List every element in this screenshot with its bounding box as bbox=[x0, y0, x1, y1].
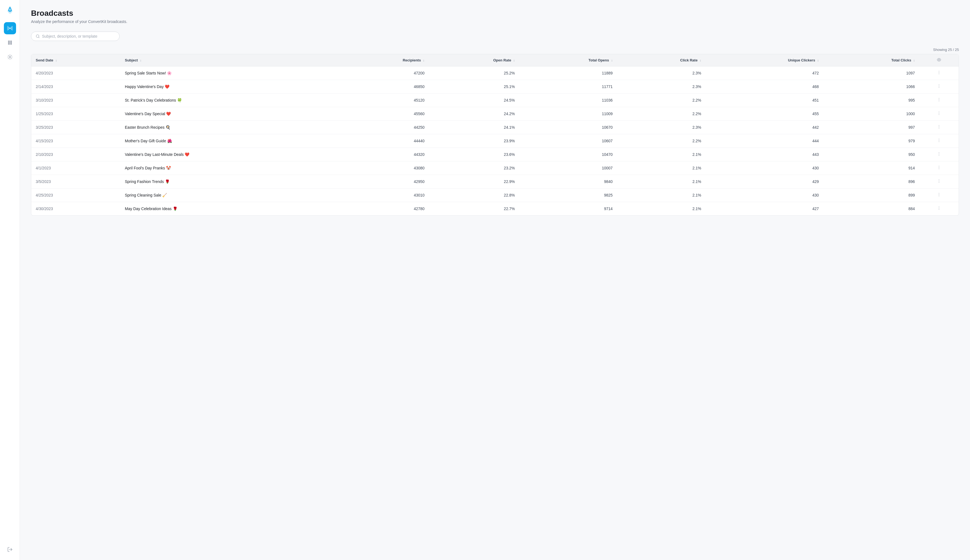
svg-point-12 bbox=[939, 85, 939, 85]
cell-actions[interactable] bbox=[919, 134, 958, 148]
row-action-icon[interactable] bbox=[937, 207, 941, 211]
row-action-icon[interactable] bbox=[937, 85, 941, 89]
search-input[interactable] bbox=[42, 34, 115, 38]
cell-actions[interactable] bbox=[919, 80, 958, 93]
svg-point-0 bbox=[9, 10, 11, 12]
row-action-icon[interactable] bbox=[937, 179, 941, 184]
sort-icon-unique-clickers: ↕ bbox=[817, 59, 819, 62]
cell-unique-clickers: 430 bbox=[706, 188, 823, 202]
cell-click-rate: 2.3% bbox=[617, 80, 706, 93]
svg-point-15 bbox=[939, 98, 939, 98]
svg-point-34 bbox=[939, 181, 939, 181]
cell-actions[interactable] bbox=[919, 121, 958, 134]
page-title: Broadcasts bbox=[31, 9, 959, 18]
cell-send-date: 4/25/2023 bbox=[31, 188, 120, 202]
cell-total-opens: 11036 bbox=[519, 93, 617, 107]
sort-icon-total-clicks: ↕ bbox=[913, 59, 915, 62]
sidebar-item-broadcasts[interactable] bbox=[4, 22, 16, 34]
row-action-icon[interactable] bbox=[937, 166, 941, 170]
cell-unique-clickers: 427 bbox=[706, 202, 823, 216]
cell-open-rate: 24.1% bbox=[429, 121, 519, 134]
svg-point-26 bbox=[939, 142, 939, 142]
sidebar-item-library[interactable] bbox=[4, 37, 16, 49]
cell-actions[interactable] bbox=[919, 93, 958, 107]
cell-open-rate: 22.9% bbox=[429, 175, 519, 188]
cell-subject: Valentine's Day Special ❤️ bbox=[120, 107, 338, 121]
cell-total-opens: 10470 bbox=[519, 148, 617, 162]
cell-subject: Spring Sale Starts Now! 🌸 bbox=[120, 67, 338, 80]
cell-unique-clickers: 472 bbox=[706, 67, 823, 80]
cell-send-date: 4/20/2023 bbox=[31, 67, 120, 80]
svg-point-8 bbox=[938, 59, 940, 60]
col-header-total-clicks[interactable]: Total Clicks ↕ bbox=[823, 54, 919, 67]
row-action-icon[interactable] bbox=[937, 193, 941, 198]
sidebar-item-settings[interactable] bbox=[4, 51, 16, 63]
cell-unique-clickers: 455 bbox=[706, 107, 823, 121]
cell-unique-clickers: 442 bbox=[706, 121, 823, 134]
cell-actions[interactable] bbox=[919, 202, 958, 216]
cell-recipients: 44320 bbox=[338, 148, 429, 162]
cell-open-rate: 24.2% bbox=[429, 107, 519, 121]
cell-recipients: 44250 bbox=[338, 121, 429, 134]
svg-point-22 bbox=[939, 127, 939, 127]
cell-subject: St. Patrick's Day Celebrations 🍀 bbox=[120, 93, 338, 107]
col-header-click-rate[interactable]: Click Rate ↕ bbox=[617, 54, 706, 67]
svg-point-1 bbox=[9, 28, 10, 29]
search-bar[interactable] bbox=[31, 32, 120, 41]
table-row: 3/25/2023 Easter Brunch Recipes 🍳 44250 … bbox=[31, 121, 958, 134]
col-header-subject[interactable]: Subject ↕ bbox=[120, 54, 338, 67]
cell-total-clicks: 914 bbox=[823, 162, 919, 175]
svg-point-33 bbox=[939, 179, 939, 180]
row-action-icon[interactable] bbox=[937, 125, 941, 130]
table-row: 2/10/2023 Valentine's Day Last-Minute De… bbox=[31, 148, 958, 162]
table-row: 4/30/2023 May Day Celebration Ideas 🌹 42… bbox=[31, 202, 958, 216]
svg-point-13 bbox=[939, 86, 939, 87]
cell-total-opens: 9825 bbox=[519, 188, 617, 202]
row-action-icon[interactable] bbox=[937, 71, 941, 75]
sidebar-item-logout[interactable] bbox=[4, 543, 16, 555]
svg-point-27 bbox=[939, 152, 939, 153]
cell-send-date: 3/25/2023 bbox=[31, 121, 120, 134]
row-action-icon[interactable] bbox=[937, 112, 941, 116]
row-action-icon[interactable] bbox=[937, 98, 941, 103]
svg-point-21 bbox=[939, 125, 939, 126]
cell-actions[interactable] bbox=[919, 107, 958, 121]
cell-actions[interactable] bbox=[919, 148, 958, 162]
cell-actions[interactable] bbox=[919, 67, 958, 80]
cell-actions[interactable] bbox=[919, 162, 958, 175]
svg-point-39 bbox=[939, 207, 939, 207]
showing-count: Showing 25 / 25 bbox=[31, 48, 959, 52]
svg-point-28 bbox=[939, 153, 939, 154]
svg-point-41 bbox=[939, 209, 939, 210]
cell-send-date: 3/10/2023 bbox=[31, 93, 120, 107]
cell-unique-clickers: 451 bbox=[706, 93, 823, 107]
cell-recipients: 43010 bbox=[338, 188, 429, 202]
cell-recipients: 46850 bbox=[338, 80, 429, 93]
col-header-open-rate[interactable]: Open Rate ↕ bbox=[429, 54, 519, 67]
table-row: 4/1/2023 April Fool's Day Pranks 🤡 43080… bbox=[31, 162, 958, 175]
cell-click-rate: 2.3% bbox=[617, 121, 706, 134]
cell-total-clicks: 896 bbox=[823, 175, 919, 188]
cell-unique-clickers: 429 bbox=[706, 175, 823, 188]
table-row: 3/5/2023 Spring Fashion Trends 🌹 42950 2… bbox=[31, 175, 958, 188]
app-logo bbox=[5, 5, 15, 15]
table-row: 4/20/2023 Spring Sale Starts Now! 🌸 4720… bbox=[31, 67, 958, 80]
cell-actions[interactable] bbox=[919, 188, 958, 202]
row-action-icon[interactable] bbox=[937, 152, 941, 157]
col-header-total-opens[interactable]: Total Opens ↕ bbox=[519, 54, 617, 67]
svg-rect-4 bbox=[11, 41, 12, 45]
cell-total-clicks: 884 bbox=[823, 202, 919, 216]
sort-icon-subject: ↕ bbox=[140, 59, 142, 62]
cell-total-opens: 9840 bbox=[519, 175, 617, 188]
cell-actions[interactable] bbox=[919, 175, 958, 188]
row-action-icon[interactable] bbox=[937, 139, 941, 143]
col-header-send-date[interactable]: Send Date ↕ bbox=[31, 54, 120, 67]
col-header-unique-clickers[interactable]: Unique Clickers ↕ bbox=[706, 54, 823, 67]
sort-icon-total-opens: ↕ bbox=[611, 59, 613, 62]
cell-click-rate: 2.2% bbox=[617, 93, 706, 107]
sidebar bbox=[0, 0, 20, 560]
cell-total-clicks: 1097 bbox=[823, 67, 919, 80]
table-header-row: Send Date ↕ Subject ↕ Recipients ↕ Open … bbox=[31, 54, 958, 67]
col-header-recipients[interactable]: Recipients ↕ bbox=[338, 54, 429, 67]
svg-rect-3 bbox=[9, 41, 10, 45]
